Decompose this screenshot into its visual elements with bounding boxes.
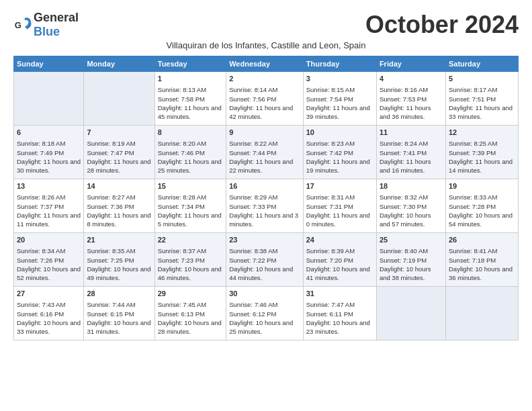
calendar-cell: 31Sunrise: 7:47 AM Sunset: 6:11 PM Dayli… [303,287,376,340]
logo-text-general: General [34,11,79,24]
logo-text-blue: Blue [34,25,60,38]
day-number: 25 [380,235,443,245]
calendar-cell: 10Sunrise: 8:23 AM Sunset: 7:42 PM Dayli… [303,126,376,179]
day-number: 9 [229,128,300,138]
day-info: Sunrise: 7:47 AM Sunset: 6:11 PM Dayligh… [306,300,373,336]
day-info: Sunrise: 8:33 AM Sunset: 7:28 PM Dayligh… [449,193,515,228]
week-row-5: 27Sunrise: 7:43 AM Sunset: 6:16 PM Dayli… [14,287,519,340]
day-info: Sunrise: 7:45 AM Sunset: 6:13 PM Dayligh… [158,300,223,336]
calendar-cell [376,287,445,340]
day-info: Sunrise: 8:20 AM Sunset: 7:46 PM Dayligh… [158,139,223,175]
day-info: Sunrise: 8:25 AM Sunset: 7:39 PM Dayligh… [449,139,515,175]
calendar-cell: 8Sunrise: 8:20 AM Sunset: 7:46 PM Daylig… [154,126,226,179]
week-row-4: 20Sunrise: 8:34 AM Sunset: 7:26 PM Dayli… [14,233,519,287]
day-number: 29 [158,289,223,299]
day-info: Sunrise: 7:44 AM Sunset: 6:15 PM Dayligh… [87,300,151,336]
day-number: 22 [158,235,223,245]
month-title: October 2024 [365,11,519,39]
day-info: Sunrise: 8:22 AM Sunset: 7:44 PM Dayligh… [229,139,300,175]
day-number: 28 [87,289,151,299]
day-info: Sunrise: 8:32 AM Sunset: 7:30 PM Dayligh… [380,193,443,228]
calendar-table: SundayMondayTuesdayWednesdayThursdayFrid… [13,56,519,340]
calendar-cell: 30Sunrise: 7:46 AM Sunset: 6:12 PM Dayli… [226,287,304,340]
week-row-3: 13Sunrise: 8:26 AM Sunset: 7:37 PM Dayli… [14,179,519,233]
calendar-cell: 6Sunrise: 8:18 AM Sunset: 7:49 PM Daylig… [14,126,84,179]
day-number: 20 [17,235,81,245]
calendar-cell: 11Sunrise: 8:24 AM Sunset: 7:41 PM Dayli… [376,126,445,179]
day-info: Sunrise: 8:16 AM Sunset: 7:53 PM Dayligh… [380,85,443,121]
header-saturday: Saturday [445,56,518,72]
calendar-cell: 23Sunrise: 8:38 AM Sunset: 7:22 PM Dayli… [226,233,304,287]
calendar-cell: 12Sunrise: 8:25 AM Sunset: 7:39 PM Dayli… [445,126,518,179]
calendar-cell: 15Sunrise: 8:28 AM Sunset: 7:34 PM Dayli… [154,179,226,233]
day-info: Sunrise: 8:24 AM Sunset: 7:41 PM Dayligh… [380,139,443,175]
calendar-cell [14,72,84,126]
calendar-cell: 14Sunrise: 8:27 AM Sunset: 7:36 PM Dayli… [84,179,154,233]
day-info: Sunrise: 8:35 AM Sunset: 7:25 PM Dayligh… [87,246,151,282]
day-number: 18 [380,181,443,191]
calendar-cell: 13Sunrise: 8:26 AM Sunset: 7:37 PM Dayli… [14,179,84,233]
calendar-cell: 22Sunrise: 8:37 AM Sunset: 7:23 PM Dayli… [154,233,226,287]
header-sunday: Sunday [14,56,84,72]
calendar-cell: 7Sunrise: 8:19 AM Sunset: 7:47 PM Daylig… [84,126,154,179]
week-row-1: 1Sunrise: 8:13 AM Sunset: 7:58 PM Daylig… [14,72,519,126]
calendar-cell: 21Sunrise: 8:35 AM Sunset: 7:25 PM Dayli… [84,233,154,287]
day-info: Sunrise: 8:15 AM Sunset: 7:54 PM Dayligh… [306,85,373,121]
calendar-cell: 20Sunrise: 8:34 AM Sunset: 7:26 PM Dayli… [14,233,84,287]
day-number: 13 [17,181,81,191]
day-info: Sunrise: 8:27 AM Sunset: 7:36 PM Dayligh… [87,193,151,228]
calendar-cell [84,72,154,126]
day-number: 31 [306,289,373,299]
day-number: 27 [17,289,81,299]
calendar-cell: 9Sunrise: 8:22 AM Sunset: 7:44 PM Daylig… [226,126,304,179]
day-number: 15 [158,181,223,191]
day-number: 12 [449,128,515,138]
day-info: Sunrise: 8:34 AM Sunset: 7:26 PM Dayligh… [17,246,81,282]
day-info: Sunrise: 7:46 AM Sunset: 6:12 PM Dayligh… [229,300,300,336]
day-info: Sunrise: 8:41 AM Sunset: 7:18 PM Dayligh… [449,246,515,282]
day-info: Sunrise: 8:17 AM Sunset: 7:51 PM Dayligh… [449,85,515,121]
calendar-cell: 29Sunrise: 7:45 AM Sunset: 6:13 PM Dayli… [154,287,226,340]
day-info: Sunrise: 8:29 AM Sunset: 7:33 PM Dayligh… [229,193,300,228]
day-number: 26 [449,235,515,245]
day-number: 3 [306,74,373,84]
day-number: 2 [229,74,300,84]
day-info: Sunrise: 8:26 AM Sunset: 7:37 PM Dayligh… [17,193,81,228]
day-number: 24 [306,235,373,245]
day-info: Sunrise: 8:19 AM Sunset: 7:47 PM Dayligh… [87,139,151,175]
day-info: Sunrise: 8:28 AM Sunset: 7:34 PM Dayligh… [158,193,223,228]
day-info: Sunrise: 8:23 AM Sunset: 7:42 PM Dayligh… [306,139,373,175]
day-number: 10 [306,128,373,138]
calendar-cell: 25Sunrise: 8:40 AM Sunset: 7:19 PM Dayli… [376,233,445,287]
header-friday: Friday [376,56,445,72]
day-info: Sunrise: 8:14 AM Sunset: 7:56 PM Dayligh… [229,85,300,121]
day-number: 19 [449,181,515,191]
day-number: 6 [17,128,81,138]
header-thursday: Thursday [303,56,376,72]
calendar-cell: 16Sunrise: 8:29 AM Sunset: 7:33 PM Dayli… [226,179,304,233]
day-number: 1 [158,74,223,84]
logo: G General Blue [13,11,79,39]
header-monday: Monday [84,56,154,72]
day-info: Sunrise: 8:18 AM Sunset: 7:49 PM Dayligh… [17,139,81,175]
calendar-cell: 27Sunrise: 7:43 AM Sunset: 6:16 PM Dayli… [14,287,84,340]
day-number: 7 [87,128,151,138]
calendar-cell: 5Sunrise: 8:17 AM Sunset: 7:51 PM Daylig… [445,72,518,126]
day-number: 4 [380,74,443,84]
day-number: 5 [449,74,515,84]
calendar-cell: 19Sunrise: 8:33 AM Sunset: 7:28 PM Dayli… [445,179,518,233]
day-number: 23 [229,235,300,245]
calendar-cell: 2Sunrise: 8:14 AM Sunset: 7:56 PM Daylig… [226,72,304,126]
calendar-cell: 17Sunrise: 8:31 AM Sunset: 7:31 PM Dayli… [303,179,376,233]
calendar-cell: 3Sunrise: 8:15 AM Sunset: 7:54 PM Daylig… [303,72,376,126]
day-number: 8 [158,128,223,138]
calendar-cell: 28Sunrise: 7:44 AM Sunset: 6:15 PM Dayli… [84,287,154,340]
day-info: Sunrise: 8:31 AM Sunset: 7:31 PM Dayligh… [306,193,373,228]
page-header: G General Blue October 2024 [13,11,519,39]
week-row-2: 6Sunrise: 8:18 AM Sunset: 7:49 PM Daylig… [14,126,519,179]
svg-text:G: G [15,20,21,30]
day-info: Sunrise: 8:13 AM Sunset: 7:58 PM Dayligh… [158,85,223,121]
calendar-cell: 18Sunrise: 8:32 AM Sunset: 7:30 PM Dayli… [376,179,445,233]
day-info: Sunrise: 8:40 AM Sunset: 7:19 PM Dayligh… [380,246,443,282]
day-info: Sunrise: 8:37 AM Sunset: 7:23 PM Dayligh… [158,246,223,282]
